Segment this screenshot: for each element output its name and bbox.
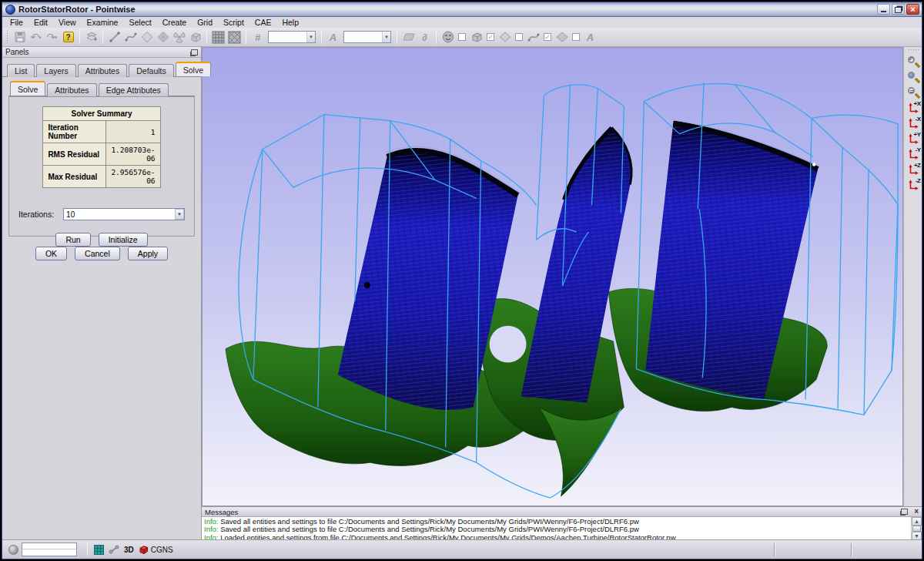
create-curve-button[interactable] xyxy=(122,29,139,45)
block-visibility-button[interactable] xyxy=(468,29,484,45)
axis-label: +X xyxy=(913,100,920,107)
zoom-extents-icon xyxy=(907,86,919,99)
domain-visibility-checkbox[interactable] xyxy=(515,33,523,41)
menu-script[interactable]: Script xyxy=(219,18,249,27)
connector-visibility-checkbox[interactable]: ✓ xyxy=(544,33,551,41)
domain-icon xyxy=(141,31,153,43)
view-plus-x-button[interactable]: +X xyxy=(905,100,922,116)
close-messages-icon[interactable]: × xyxy=(914,508,919,516)
layers-button[interactable] xyxy=(83,29,99,45)
redo-dropdown-icon[interactable]: ▾ xyxy=(55,35,58,40)
view-minus-y-button[interactable]: -Y xyxy=(905,146,922,162)
attribute-tool-button[interactable]: A xyxy=(325,29,341,45)
attribute-combo[interactable]: ▾ xyxy=(343,31,391,43)
zoom-extents-button[interactable] xyxy=(905,85,922,100)
menu-edit[interactable]: Edit xyxy=(29,18,52,27)
dimension-combo[interactable]: ▾ xyxy=(268,31,316,43)
save-button[interactable] xyxy=(12,29,28,45)
messages-scrollbar[interactable]: ▲ ▼ xyxy=(911,517,922,540)
undo-dropdown-icon[interactable]: ▾ xyxy=(38,35,42,40)
create-fan-button[interactable] xyxy=(171,29,187,45)
menu-examine[interactable]: Examine xyxy=(82,18,123,27)
subtab-solve[interactable]: Solve xyxy=(10,81,45,96)
scroll-up-icon[interactable]: ▲ xyxy=(912,517,922,526)
viewport-3d[interactable] xyxy=(202,47,903,506)
minimize-button[interactable] xyxy=(877,4,890,15)
attribute-pencil-icon: A xyxy=(330,32,336,43)
selected-point-marker[interactable] xyxy=(364,282,370,288)
structured-grid-button[interactable] xyxy=(210,29,226,45)
float-messages-icon[interactable] xyxy=(901,509,908,515)
create-domain-button[interactable] xyxy=(139,29,155,45)
statusbar-separator xyxy=(87,543,88,556)
grid-mode-indicator[interactable] xyxy=(94,545,104,555)
label-a-pencil-icon: A xyxy=(587,32,594,43)
run-button[interactable]: Run xyxy=(55,233,90,247)
subtab-edge-attributes[interactable]: Edge Attributes xyxy=(99,83,169,96)
apply-button[interactable]: Apply xyxy=(128,247,168,260)
menu-file[interactable]: File xyxy=(5,18,28,27)
flat-domain-button[interactable] xyxy=(400,29,417,45)
iterations-input[interactable] xyxy=(64,210,175,219)
ok-button[interactable]: OK xyxy=(35,247,67,260)
subtab-attributes[interactable]: Attributes xyxy=(47,83,96,96)
view-minus-z-button[interactable]: -Z xyxy=(905,177,922,193)
highlight-point-marker xyxy=(812,163,815,166)
database-visibility-checkbox[interactable] xyxy=(572,33,580,41)
menu-help[interactable]: Help xyxy=(277,18,303,27)
view-toolbar-grip[interactable] xyxy=(908,49,919,52)
tab-solve[interactable]: Solve xyxy=(176,62,211,76)
title-bar[interactable]: RotorStatorRotor - Pointwise × xyxy=(2,2,922,17)
iterations-combo[interactable]: ▾ xyxy=(63,208,185,220)
initialize-button[interactable]: Initialize xyxy=(99,233,148,247)
panels-header[interactable]: Panels xyxy=(2,47,201,58)
redo-button[interactable]: ↷ ▾ xyxy=(44,29,60,45)
view-plus-y-button[interactable]: +Y xyxy=(905,131,922,146)
connector-mode-indicator[interactable] xyxy=(109,545,119,554)
menu-grid[interactable]: Grid xyxy=(192,18,217,27)
mask-visibility-button[interactable] xyxy=(440,29,456,45)
view-minus-x-button[interactable]: -X xyxy=(905,116,922,131)
close-button[interactable]: × xyxy=(906,4,919,15)
mask-checkbox[interactable] xyxy=(458,33,466,41)
view-plus-z-button[interactable]: +Z xyxy=(905,162,922,177)
connector-visibility-button[interactable] xyxy=(525,29,541,45)
zoom-previous-button[interactable] xyxy=(905,54,922,69)
iterations-combo-arrow-icon[interactable]: ▾ xyxy=(175,209,184,220)
menu-view[interactable]: View xyxy=(54,18,81,27)
menu-cae[interactable]: CAE xyxy=(250,18,276,27)
undo-button[interactable]: ↶ ▾ xyxy=(28,29,44,45)
domain-visibility-button[interactable] xyxy=(497,29,513,45)
dimension-tool-button[interactable]: # xyxy=(249,29,266,45)
dimension-combo-arrow-icon[interactable]: ▾ xyxy=(306,32,315,42)
partial-derivative-button[interactable]: ∂ xyxy=(417,29,433,45)
block-visibility-checkbox[interactable]: ✓ xyxy=(487,33,494,41)
database-visibility-button[interactable] xyxy=(554,29,570,45)
float-panel-icon[interactable] xyxy=(191,49,198,55)
attribute-combo-arrow-icon[interactable]: ▾ xyxy=(382,32,390,42)
viewport-3d-canvas[interactable] xyxy=(203,48,902,506)
dimension-combo-input[interactable] xyxy=(269,33,306,42)
tab-attributes[interactable]: Attributes xyxy=(78,64,127,77)
help-button[interactable]: ? xyxy=(60,29,76,45)
menu-select[interactable]: Select xyxy=(124,18,156,27)
create-meshed-domain-button[interactable] xyxy=(155,29,171,45)
zoom-to-fit-button[interactable] xyxy=(905,69,922,85)
label-visibility-button[interactable]: A xyxy=(582,29,598,45)
attribute-combo-input[interactable] xyxy=(344,33,382,42)
menu-create[interactable]: Create xyxy=(158,18,192,27)
messages-header[interactable]: Messages × xyxy=(202,507,922,517)
cae-solver-indicator[interactable]: CGNS xyxy=(139,545,173,555)
tab-defaults[interactable]: Defaults xyxy=(129,64,174,77)
tab-layers[interactable]: Layers xyxy=(36,64,76,77)
unstructured-grid-button[interactable] xyxy=(226,29,243,45)
create-connector-button[interactable] xyxy=(106,29,122,45)
tab-list[interactable]: List xyxy=(7,64,35,77)
messages-log[interactable]: Info: Saved all entities and settings to… xyxy=(202,517,911,540)
restore-button[interactable] xyxy=(892,4,905,15)
toolbar-grip[interactable] xyxy=(6,30,9,44)
scrollbar-thumb[interactable] xyxy=(912,526,921,531)
create-block-button[interactable] xyxy=(187,29,203,45)
cancel-button[interactable]: Cancel xyxy=(75,247,120,260)
dimension-indicator[interactable]: 3D xyxy=(124,546,134,554)
